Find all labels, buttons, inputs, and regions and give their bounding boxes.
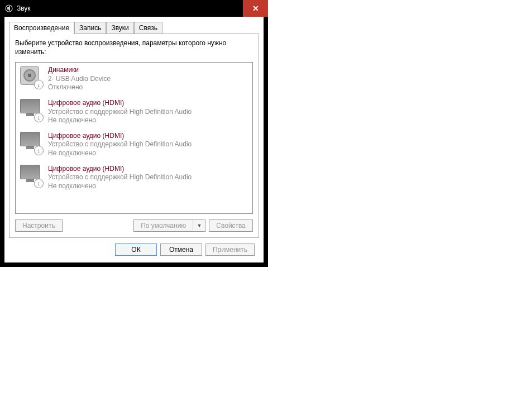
unplugged-badge-icon: ↓ (34, 179, 44, 188)
device-name: Динамики (48, 66, 111, 75)
disabled-badge-icon: ↓ (34, 80, 44, 89)
set-default-button[interactable]: По умолчанию (134, 220, 193, 231)
device-button-row: Настроить По умолчанию ▼ Свойства (15, 219, 253, 232)
instruction-text: Выберите устройство воспроизведения, пар… (15, 39, 253, 56)
device-list[interactable]: ↓ Динамики 2- USB Audio Device Отключено… (15, 62, 253, 214)
tab-sounds[interactable]: Звуки (106, 22, 133, 34)
device-subtitle: Устройство с поддержкой High Definition … (48, 108, 192, 117)
window-title: Звук (17, 4, 31, 12)
sound-dialog-window: Звук ✕ Воспроизведение Запись Звуки Связ… (0, 0, 268, 267)
device-status: Не подключено (48, 116, 192, 125)
unplugged-badge-icon: ↓ (34, 146, 44, 155)
titlebar[interactable]: Звук ✕ (0, 0, 268, 17)
set-default-dropdown[interactable]: ▼ (193, 220, 205, 231)
device-item-hdmi-1[interactable]: ↓ Цифровое аудио (HDMI) Устройство с под… (16, 96, 252, 128)
set-default-split-button[interactable]: По умолчанию ▼ (133, 219, 205, 232)
monitor-icon: ↓ (20, 165, 42, 187)
device-item-hdmi-3[interactable]: ↓ Цифровое аудио (HDMI) Устройство с под… (16, 161, 252, 194)
properties-button[interactable]: Свойства (209, 219, 253, 232)
close-icon: ✕ (252, 4, 259, 13)
tab-content: Выберите устройство воспроизведения, пар… (9, 34, 259, 238)
device-status: Не подключено (48, 182, 192, 191)
tab-recording[interactable]: Запись (74, 22, 106, 34)
tab-communications[interactable]: Связь (134, 22, 162, 34)
device-item-speakers[interactable]: ↓ Динамики 2- USB Audio Device Отключено (16, 63, 252, 96)
ok-button[interactable]: ОК (115, 244, 157, 256)
chevron-down-icon: ▼ (197, 223, 202, 228)
close-button[interactable]: ✕ (243, 0, 268, 17)
device-subtitle: Устройство с поддержкой High Definition … (48, 140, 192, 149)
device-status: Не подключено (48, 149, 192, 158)
monitor-icon: ↓ (20, 99, 42, 121)
apply-button[interactable]: Применить (205, 244, 255, 256)
device-status: Отключено (48, 83, 111, 92)
monitor-icon: ↓ (20, 132, 42, 154)
unplugged-badge-icon: ↓ (34, 113, 44, 122)
device-name: Цифровое аудио (HDMI) (48, 132, 192, 141)
dialog-body: Воспроизведение Запись Звуки Связь Выбер… (4, 17, 264, 262)
device-subtitle: Устройство с поддержкой High Definition … (48, 173, 192, 182)
sound-app-icon (4, 4, 13, 13)
device-name: Цифровое аудио (HDMI) (48, 165, 192, 174)
tab-playback[interactable]: Воспроизведение (9, 22, 74, 34)
device-subtitle: 2- USB Audio Device (48, 75, 111, 84)
dialog-button-row: ОК Отмена Применить (9, 238, 259, 258)
device-name: Цифровое аудио (HDMI) (48, 99, 192, 108)
configure-button[interactable]: Настроить (15, 219, 63, 232)
tab-strip: Воспроизведение Запись Звуки Связь (9, 22, 259, 34)
cancel-button[interactable]: Отмена (160, 244, 202, 256)
speaker-icon: ↓ (20, 66, 42, 88)
device-item-hdmi-2[interactable]: ↓ Цифровое аудио (HDMI) Устройство с под… (16, 128, 252, 161)
